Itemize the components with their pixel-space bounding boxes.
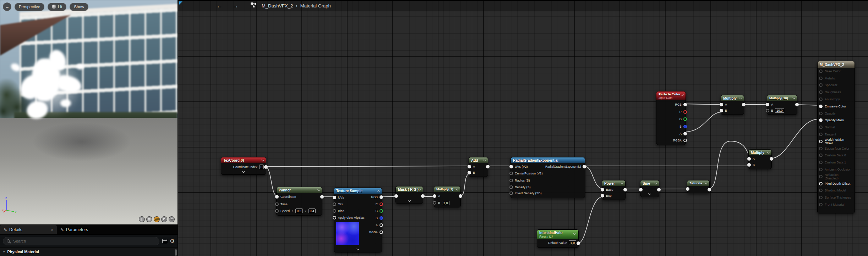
search-input[interactable]: [12, 239, 155, 244]
input-pin-density[interactable]: [509, 185, 513, 189]
chevron-down-icon[interactable]: [705, 181, 708, 184]
chevron-down-icon[interactable]: [456, 187, 459, 190]
chevron-down-icon[interactable]: [739, 96, 742, 99]
node-panner[interactable]: Panner Coordinate Time Speed X0,2 Y0,4: [276, 187, 322, 216]
node-sine[interactable]: Sine: [640, 180, 659, 197]
b-value[interactable]: 10,0: [775, 108, 784, 113]
node-intensidad-halo-parameter[interactable]: IntesidadHalo Param (1) Default Value 1,…: [537, 229, 579, 248]
chevron-down-icon[interactable]: [654, 181, 657, 184]
material-preview-viewport[interactable]: ≡ Perspective Lit Show z y x: [0, 0, 178, 224]
chevron-down-icon[interactable]: [317, 188, 320, 191]
output-pin[interactable]: [770, 157, 773, 161]
input-pin-mipbias[interactable]: [333, 216, 336, 219]
input-pin[interactable]: [686, 187, 689, 191]
chevron-down-icon[interactable]: [621, 181, 623, 184]
show-button[interactable]: Show: [70, 3, 88, 11]
input-pin-centerposition[interactable]: [509, 172, 513, 175]
pin-custom-data-0[interactable]: [819, 154, 823, 157]
default-value[interactable]: 1,0: [569, 240, 576, 245]
output-pin-b[interactable]: [380, 216, 383, 220]
input-pin-exp[interactable]: [601, 194, 604, 197]
input-pin-radius[interactable]: [509, 179, 513, 182]
output-pin-g[interactable]: [380, 209, 383, 213]
input-pin-a[interactable]: [747, 157, 751, 161]
input-pin-coordinate[interactable]: [275, 195, 279, 199]
mesh-teapot-button[interactable]: [169, 216, 175, 222]
pin-shading-model[interactable]: [819, 189, 823, 192]
speed-y-value[interactable]: 0,4: [309, 208, 316, 213]
material-graph-canvas[interactable]: [178, 0, 868, 256]
output-pin-rgb[interactable]: [380, 195, 383, 199]
output-pin[interactable]: [421, 194, 425, 198]
pin-opacity[interactable]: [819, 112, 823, 115]
coordinate-index-value[interactable]: 0: [259, 165, 264, 169]
lit-button[interactable]: Lit: [48, 3, 66, 11]
node-multiply-mid[interactable]: Multiply A B: [748, 149, 772, 169]
output-pin[interactable]: [795, 103, 799, 106]
output-pin-r[interactable]: [380, 202, 383, 206]
pin-specular[interactable]: [819, 83, 823, 87]
search-box[interactable]: [3, 237, 159, 245]
mesh-cylinder-button[interactable]: [139, 216, 145, 222]
pin-ambient-occlusion[interactable]: [819, 168, 823, 171]
node-add[interactable]: Add A B: [469, 157, 488, 177]
pin-refraction[interactable]: [819, 175, 823, 178]
input-pin-a[interactable]: [720, 103, 723, 106]
input-pin-invert-density[interactable]: [509, 191, 513, 195]
node-multiply-top[interactable]: Multiply A B: [721, 95, 744, 115]
pin-surface-thickness[interactable]: [819, 196, 823, 199]
input-pin-b[interactable]: [747, 163, 751, 167]
pin-base-color[interactable]: [819, 69, 823, 73]
input-pin-tex[interactable]: [333, 202, 336, 206]
pin-tangent[interactable]: [819, 133, 823, 136]
output-pin-a[interactable]: [380, 223, 383, 227]
input-pin-b[interactable]: [766, 109, 769, 112]
back-arrow-icon[interactable]: ←: [217, 3, 223, 9]
output-pin[interactable]: [264, 165, 268, 169]
output-pin-b[interactable]: [683, 125, 687, 128]
category-physical-material[interactable]: ▾ Physical Material: [0, 247, 178, 256]
input-pin-bias[interactable]: [333, 209, 336, 213]
input-pin-base[interactable]: [601, 188, 604, 191]
chevron-down-icon[interactable]: [261, 158, 264, 161]
pin-metallic[interactable]: [819, 77, 823, 80]
input-pin[interactable]: [394, 194, 398, 198]
output-pin[interactable]: [320, 195, 324, 199]
chevron-up-icon[interactable]: [377, 190, 380, 193]
chevron-down-icon[interactable]: [792, 96, 795, 99]
expander-arrow-icon[interactable]: ▾: [3, 250, 5, 254]
output-pin-r[interactable]: [683, 110, 687, 114]
output-pin[interactable]: [459, 194, 462, 198]
input-pin-uvs[interactable]: [509, 165, 513, 168]
output-pin[interactable]: [657, 188, 661, 191]
b-value[interactable]: 1,0: [442, 201, 449, 205]
output-pin[interactable]: [742, 103, 746, 106]
node-material-output[interactable]: M_DashVFX_2 Base Color Metallic Specular…: [817, 61, 855, 213]
pin-front-material[interactable]: [819, 203, 823, 206]
close-icon[interactable]: ×: [51, 227, 53, 232]
perspective-button[interactable]: Perspective: [15, 3, 44, 11]
pin-opacity-mask[interactable]: [819, 118, 823, 122]
speed-x-value[interactable]: 0,2: [295, 208, 303, 213]
tab-parameters[interactable]: ✎ Parameters: [57, 225, 92, 234]
node-particle-color[interactable]: Particle Color Input Data RGB R G B A RG…: [656, 91, 686, 145]
output-pin-rgba[interactable]: [380, 230, 383, 234]
viewport-menu-button[interactable]: ≡: [3, 2, 11, 11]
forward-arrow-icon[interactable]: →: [233, 3, 239, 9]
node-multiply-1[interactable]: Multiply(,1) A B1,0: [434, 186, 461, 207]
chevron-down-icon[interactable]: [483, 158, 486, 161]
mesh-cube-button[interactable]: [161, 216, 167, 222]
output-pin-rgba[interactable]: [683, 139, 687, 142]
pin-world-position-offset[interactable]: [819, 140, 823, 143]
output-pin[interactable]: [708, 188, 711, 191]
input-pin-b[interactable]: [468, 171, 471, 174]
input-pin-time[interactable]: [275, 202, 279, 206]
chevron-down-icon[interactable]: [767, 150, 770, 153]
node-multiply-10[interactable]: Multiply(,10) A B10,0: [767, 95, 797, 115]
output-pin[interactable]: [486, 165, 490, 168]
node-power[interactable]: Power Base Exp: [602, 180, 626, 200]
output-pin[interactable]: [577, 241, 580, 245]
input-pin[interactable]: [639, 188, 643, 191]
node-radial-gradient-exponential[interactable]: RadialGradientExponential UVs (V2) Radia…: [511, 157, 585, 198]
node-mask[interactable]: Mask ( R G ): [395, 186, 423, 204]
